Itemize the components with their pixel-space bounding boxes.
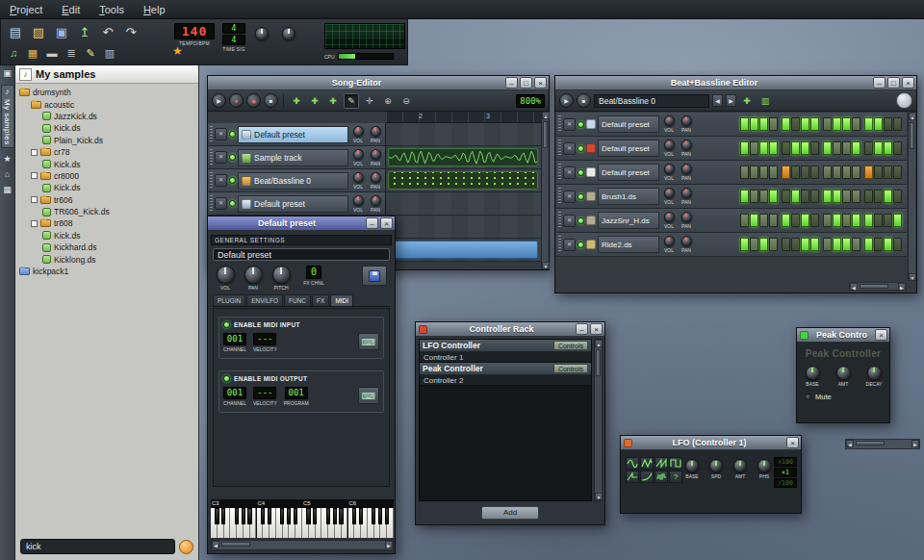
beat-step[interactable] xyxy=(842,165,851,179)
add-automation-track-icon[interactable]: ✚ xyxy=(325,93,341,109)
beat-step[interactable] xyxy=(759,214,768,227)
beat-step[interactable] xyxy=(833,117,841,131)
beat-step[interactable] xyxy=(801,190,809,203)
track-ops-button[interactable]: ✕ xyxy=(563,118,576,131)
maximize-button[interactable]: □ xyxy=(887,77,900,89)
scroll-right-button[interactable]: ▶ xyxy=(911,440,919,447)
track-volume-knob[interactable] xyxy=(353,149,364,160)
piano-black-key[interactable] xyxy=(359,508,363,524)
beat-step[interactable] xyxy=(810,165,819,179)
close-button[interactable]: × xyxy=(902,77,914,89)
beat-step[interactable] xyxy=(823,165,832,179)
decay-knob[interactable] xyxy=(867,366,882,380)
tree-item[interactable]: cr8000 xyxy=(15,170,198,182)
bb-editor-toggle-icon[interactable]: ▦ xyxy=(24,44,41,62)
preset-name-field[interactable]: Default preset xyxy=(213,248,390,261)
track-grip[interactable] xyxy=(558,164,561,181)
tree-item[interactable]: Kick.ds xyxy=(15,122,198,134)
beat-step[interactable] xyxy=(769,238,778,251)
expand-toggle[interactable] xyxy=(31,220,38,227)
beat-step[interactable] xyxy=(893,141,902,155)
controller-rack-scrollbar[interactable]: ▲▼ xyxy=(594,339,603,501)
maximize-button[interactable]: □ xyxy=(520,77,532,89)
timeline-ruler[interactable]: 23 xyxy=(386,112,541,123)
record-button[interactable]: ● xyxy=(229,93,244,108)
beat-step[interactable] xyxy=(791,190,800,203)
piano-black-key[interactable] xyxy=(378,508,382,524)
beat-step[interactable] xyxy=(823,117,832,131)
beat-step[interactable] xyxy=(750,117,758,131)
track-grip[interactable] xyxy=(210,172,213,190)
lfo-titlebar[interactable]: LFO (Controller 1)× xyxy=(621,436,801,450)
beat-step[interactable] xyxy=(810,214,819,227)
beat-step[interactable] xyxy=(740,165,749,179)
beat-step[interactable] xyxy=(782,190,790,203)
mute-checkbox[interactable] xyxy=(805,394,811,400)
save-preset-icon[interactable] xyxy=(362,266,387,286)
search-input[interactable] xyxy=(20,539,175,554)
controller-rack-titlebar[interactable]: Controller Rack–× xyxy=(416,322,604,337)
beat-step[interactable] xyxy=(823,214,832,227)
beat-step[interactable] xyxy=(874,141,883,155)
beat-step[interactable] xyxy=(801,165,809,179)
beat-step[interactable] xyxy=(852,165,860,179)
draw-mode-icon[interactable]: ✎ xyxy=(344,93,359,109)
bb-editor-vscrollbar[interactable]: ▲▼ xyxy=(908,113,915,281)
random-wave-icon[interactable] xyxy=(654,471,668,483)
tree-item[interactable]: TR606_Kick.ds xyxy=(15,206,198,217)
scroll-down-button[interactable]: ▼ xyxy=(909,273,916,281)
beat-step[interactable] xyxy=(801,238,809,251)
tree-item[interactable]: kickpack1 xyxy=(15,266,198,277)
stop-button[interactable]: ■ xyxy=(264,93,278,108)
tab-fx[interactable]: FX xyxy=(312,294,329,306)
bassline-selector[interactable]: Beat/Bassline 0 xyxy=(594,94,709,108)
tree-item[interactable]: tr808 xyxy=(15,217,198,229)
amt-knob[interactable] xyxy=(733,459,747,472)
beat-step[interactable] xyxy=(750,238,758,251)
scroll-left-button[interactable]: ◀ xyxy=(850,283,858,291)
beat-step[interactable] xyxy=(791,117,800,131)
beat-step[interactable] xyxy=(759,165,768,179)
minimize-button[interactable]: – xyxy=(366,217,378,229)
piano-keyboard[interactable] xyxy=(211,508,394,538)
track-grip[interactable] xyxy=(558,236,561,253)
beat-step[interactable] xyxy=(842,141,851,155)
beat-step[interactable] xyxy=(769,214,778,227)
track-grip[interactable] xyxy=(210,195,213,213)
scroll-left-button[interactable]: ◀ xyxy=(212,541,219,548)
beat-step[interactable] xyxy=(842,238,851,251)
home-tab[interactable]: ⌂ xyxy=(1,170,14,179)
tree-item[interactable]: Kick.ds xyxy=(15,158,198,169)
track-volume-knob[interactable] xyxy=(664,115,675,126)
play-button[interactable]: ▶ xyxy=(212,93,226,108)
beat-step[interactable] xyxy=(740,190,749,203)
tree-item[interactable]: Kick.ds xyxy=(15,182,198,193)
track-name[interactable]: Sample track xyxy=(238,149,348,166)
track-timeline[interactable] xyxy=(386,123,541,145)
beat-step[interactable] xyxy=(782,214,790,227)
track-name[interactable]: Default preset xyxy=(598,164,659,181)
beat-step[interactable] xyxy=(740,117,749,131)
new-project-icon[interactable]: ▤ xyxy=(5,22,26,41)
sample-segment[interactable] xyxy=(388,148,538,166)
track-ops-button[interactable]: ✕ xyxy=(215,197,227,210)
tree-item[interactable]: Kicklong.ds xyxy=(15,253,198,265)
edit-mode-icon[interactable]: ✛ xyxy=(362,93,377,109)
beat-step[interactable] xyxy=(769,190,778,203)
beat-step[interactable] xyxy=(852,214,860,227)
close-button[interactable]: × xyxy=(875,329,887,341)
open-project-icon[interactable]: ▨ xyxy=(28,22,49,41)
vol-knob[interactable] xyxy=(217,266,235,284)
piano-black-key[interactable] xyxy=(294,508,297,524)
track-timeline[interactable] xyxy=(386,239,541,261)
beat-step[interactable] xyxy=(884,214,892,227)
track-name[interactable]: Beat/Bassline 0 xyxy=(238,172,348,190)
channel-display[interactable]: 001 xyxy=(223,333,246,345)
beat-step[interactable] xyxy=(884,190,892,203)
track-timeline[interactable] xyxy=(386,192,541,215)
beat-step[interactable] xyxy=(874,214,883,227)
mute-led[interactable] xyxy=(229,131,236,138)
play-button[interactable]: ▶ xyxy=(559,93,574,108)
multiplier-x1[interactable]: ×1 xyxy=(774,468,797,477)
beat-step[interactable] xyxy=(823,141,832,155)
